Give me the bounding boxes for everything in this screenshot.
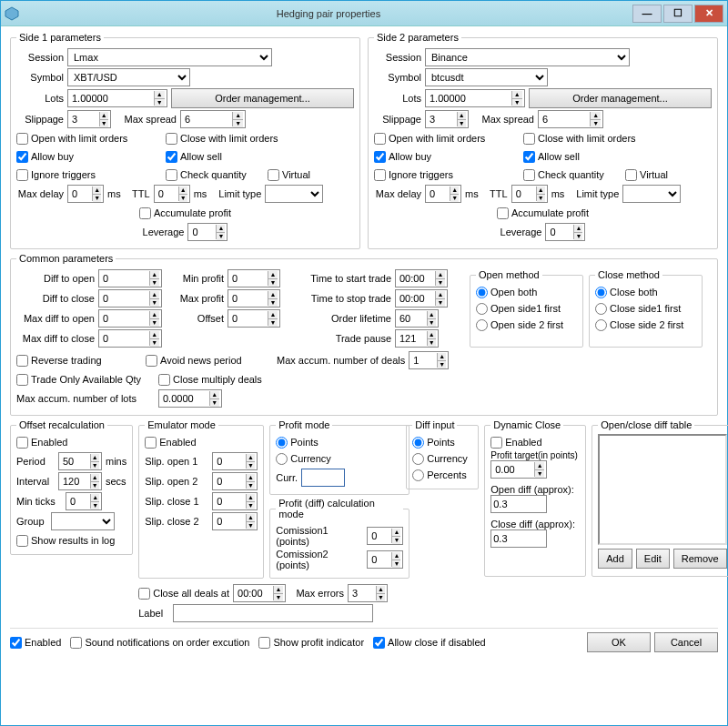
max-diff-close-input[interactable]: ▲▼ — [98, 329, 162, 348]
close-multiply-check[interactable]: Close multiply deals — [158, 371, 262, 388]
side1-ignore-triggers-check[interactable]: Ignore triggers — [16, 166, 162, 183]
diff-open-input[interactable]: ▲▼ — [98, 269, 162, 287]
label-input[interactable] — [173, 604, 373, 622]
min-profit-input[interactable]: ▲▼ — [228, 269, 280, 287]
side1-virtual-check[interactable]: Virtual — [268, 166, 310, 183]
trade-pause-input[interactable]: ▲▼ — [395, 329, 439, 348]
offset-minticks-input[interactable]: ▲▼ — [66, 492, 102, 510]
profit-target-input[interactable]: ▲▼ — [490, 460, 547, 479]
side2-open-limit-check[interactable]: Open with limit orders — [374, 130, 520, 146]
close-side1-radio[interactable]: Close side1 first — [595, 300, 696, 317]
cancel-button[interactable]: Cancel — [654, 632, 718, 652]
dynamic-enabled-check[interactable]: Enabled — [490, 434, 580, 450]
side1-maxdelay-input[interactable]: ▲▼ — [67, 185, 104, 203]
remove-button[interactable]: Remove — [673, 549, 727, 569]
profit-points-radio[interactable]: Points — [276, 434, 403, 450]
max-deals-input[interactable]: ▲▼ — [409, 351, 449, 369]
close-all-time-input[interactable]: ▲▼ — [233, 584, 286, 602]
time-stop-input[interactable]: ▲▼ — [395, 289, 448, 308]
slip-open1-input[interactable]: ▲▼ — [212, 452, 258, 470]
dynamic-close-panel: Dynamic Close Enabled Profit target(in p… — [484, 419, 586, 577]
minimize-button[interactable]: — — [632, 5, 662, 23]
max-profit-input[interactable]: ▲▼ — [228, 289, 280, 308]
side2-virtual-check[interactable]: Virtual — [625, 166, 668, 183]
ok-button[interactable]: OK — [587, 632, 651, 652]
side1-maxspread-input[interactable]: ▲▼ — [180, 110, 246, 128]
max-lots-input[interactable]: ▲▼ — [158, 389, 222, 408]
side2-session-select[interactable]: Binance — [425, 48, 630, 66]
side2-maxspread-input[interactable]: ▲▼ — [538, 110, 603, 128]
currency-input[interactable] — [301, 469, 345, 487]
side2-leverage-input[interactable]: ▲▼ — [545, 223, 585, 241]
side2-order-mgmt-button[interactable]: Order management... — [529, 88, 712, 108]
emulator-enabled-check[interactable]: Enabled — [145, 434, 258, 450]
side2-maxdelay-input[interactable]: ▲▼ — [425, 185, 461, 203]
allow-close-check[interactable]: Allow close if disabled — [373, 634, 486, 650]
side1-slippage-label: Slippage — [16, 114, 64, 125]
comission2-input[interactable]: ▲▼ — [367, 550, 403, 569]
show-results-check[interactable]: Show results in log — [16, 532, 126, 549]
side1-allow-buy-check[interactable]: Allow buy — [16, 148, 162, 165]
side2-accum-profit-check[interactable]: Accumulate profit — [497, 205, 589, 221]
diff-points-radio[interactable]: Points — [412, 434, 472, 450]
offset-interval-input[interactable]: ▲▼ — [58, 472, 102, 490]
close-both-radio[interactable]: Close both — [595, 284, 696, 300]
offset-input[interactable]: ▲▼ — [228, 309, 280, 328]
add-button[interactable]: Add — [598, 549, 632, 569]
order-lifetime-input[interactable]: ▲▼ — [395, 309, 439, 328]
open-side1-radio[interactable]: Open side1 first — [476, 300, 577, 317]
max-diff-open-input[interactable]: ▲▼ — [98, 309, 162, 328]
side2-symbol-select[interactable]: btcusdt — [425, 68, 548, 86]
side1-limittype-select[interactable] — [265, 185, 323, 203]
side1-lots-input[interactable]: ▲▼ — [67, 89, 167, 107]
side2-slippage-input[interactable]: ▲▼ — [425, 110, 469, 128]
side1-close-limit-check[interactable]: Close with limit orders — [166, 130, 278, 146]
trade-only-check[interactable]: Trade Only Available Qty — [16, 371, 155, 388]
comission1-input[interactable]: ▲▼ — [367, 527, 403, 545]
show-profit-check[interactable]: Show profit indicator — [258, 634, 364, 650]
titlebar: Hedging pair properties — ☐ ✕ — [1, 1, 727, 26]
slip-open2-input[interactable]: ▲▼ — [212, 472, 258, 490]
time-start-input[interactable]: ▲▼ — [395, 269, 448, 287]
edit-button[interactable]: Edit — [636, 549, 670, 569]
open-both-radio[interactable]: Open both — [476, 284, 577, 300]
side1-order-mgmt-button[interactable]: Order management... — [171, 88, 354, 108]
diff-currency-radio[interactable]: Currency — [412, 450, 472, 467]
maximize-button[interactable]: ☐ — [663, 5, 693, 23]
side1-open-limit-check[interactable]: Open with limit orders — [16, 130, 162, 146]
side2-limittype-select[interactable] — [622, 185, 681, 203]
sound-check[interactable]: Sound notifications on order excution — [70, 634, 249, 650]
side2-ignore-triggers-check[interactable]: Ignore triggers — [374, 166, 520, 183]
side2-check-qty-check[interactable]: Check quantity — [523, 166, 622, 183]
side1-ttl-input[interactable]: ▲▼ — [154, 185, 190, 203]
side2-ttl-input[interactable]: ▲▼ — [511, 185, 548, 203]
avoid-news-check[interactable]: Avoid news period — [146, 352, 273, 368]
open-side2-radio[interactable]: Open side 2 first — [476, 317, 577, 333]
side1-session-select[interactable]: Lmax — [67, 48, 272, 66]
side1-symbol-select[interactable]: XBT/USD — [67, 68, 190, 86]
side1-leverage-input[interactable]: ▲▼ — [187, 223, 228, 241]
side2-lots-input[interactable]: ▲▼ — [425, 89, 525, 107]
side2-allow-buy-check[interactable]: Allow buy — [374, 148, 520, 165]
slip-close2-input[interactable]: ▲▼ — [212, 512, 258, 530]
slip-close1-input[interactable]: ▲▼ — [212, 492, 258, 510]
side1-allow-sell-check[interactable]: Allow sell — [166, 148, 222, 165]
close-all-deals-check[interactable]: Close all deals at — [138, 585, 229, 601]
offset-group-select[interactable] — [51, 512, 115, 530]
side2-allow-sell-check[interactable]: Allow sell — [523, 148, 580, 165]
side2-close-limit-check[interactable]: Close with limit orders — [523, 130, 636, 146]
offset-period-input[interactable]: ▲▼ — [58, 452, 102, 470]
profit-currency-radio[interactable]: Currency — [276, 450, 403, 467]
offset-enabled-check[interactable]: Enabled — [16, 434, 126, 450]
oc-table-list[interactable] — [598, 434, 727, 545]
close-side2-radio[interactable]: Close side 2 first — [595, 317, 696, 333]
enabled-check[interactable]: Enabled — [10, 634, 61, 650]
diff-close-input[interactable]: ▲▼ — [98, 289, 162, 308]
side1-accum-profit-check[interactable]: Accumulate profit — [139, 205, 231, 221]
max-errors-input[interactable]: ▲▼ — [348, 584, 388, 602]
close-button[interactable]: ✕ — [694, 5, 723, 23]
reverse-trading-check[interactable]: Reverse trading — [16, 352, 142, 368]
side1-check-qty-check[interactable]: Check quantity — [166, 166, 264, 183]
diff-percents-radio[interactable]: Percents — [412, 467, 472, 483]
side1-slippage-input[interactable]: ▲▼ — [67, 110, 111, 128]
